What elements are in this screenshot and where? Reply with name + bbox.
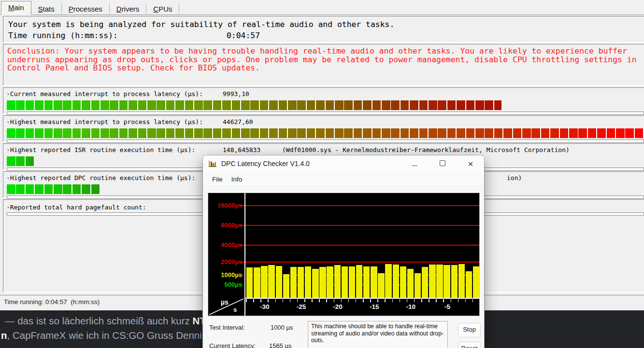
y-unit-label: µs bbox=[221, 298, 229, 306]
analysis-text: Your system is being analyzed for suitab… bbox=[8, 20, 394, 29]
latency-bar bbox=[349, 266, 355, 298]
menu-bar: File Info bbox=[203, 172, 484, 187]
dpc-title-bar[interactable]: DPC Latency Checker V1.4.0 × bbox=[203, 155, 484, 172]
latency-bar bbox=[327, 266, 333, 298]
time-running-value: 0:04:57 bbox=[227, 31, 260, 40]
test-interval-value: 1000 µs bbox=[271, 324, 293, 331]
meter-value: 9993,10 bbox=[223, 90, 249, 97]
forum-line1-text: — das ist so lächerlich schmeiß auch kur… bbox=[5, 315, 193, 326]
latency-bar bbox=[268, 265, 274, 298]
plot-area bbox=[245, 193, 479, 298]
tab-processes[interactable]: Processes bbox=[62, 3, 110, 15]
x-tick bbox=[356, 299, 357, 302]
latency-bar bbox=[290, 267, 297, 298]
x-tick bbox=[451, 299, 452, 302]
current-latency-label: Current Latency: bbox=[209, 342, 256, 348]
tab-stats[interactable]: Stats bbox=[31, 3, 62, 15]
forum-line2-bold: n bbox=[1, 330, 7, 341]
tab-drivers[interactable]: Drivers bbox=[110, 3, 147, 15]
latency-bar bbox=[458, 264, 465, 298]
verdict-message: This machine should be able to handle re… bbox=[308, 321, 448, 348]
x-tick-label: -10 bbox=[401, 303, 420, 310]
meter-value: 44627,60 bbox=[223, 118, 253, 125]
x-tick bbox=[304, 299, 305, 302]
x-tick bbox=[253, 299, 254, 302]
meter-value: 148,645833 bbox=[223, 146, 260, 153]
x-tick bbox=[465, 299, 466, 302]
x-tick-label: -5 bbox=[438, 303, 457, 310]
x-tick bbox=[443, 299, 444, 302]
tab-main[interactable]: Main bbox=[1, 1, 31, 15]
latency-bar bbox=[283, 274, 289, 298]
latency-bar bbox=[246, 267, 253, 298]
x-tick bbox=[334, 299, 335, 302]
x-tick-label: -30 bbox=[255, 303, 274, 310]
x-tick bbox=[414, 299, 415, 302]
meter-extra-text: (Wdf01000.sys - Kernelmodustreiber-Frame… bbox=[282, 146, 570, 153]
tab-cpus[interactable]: CPUs bbox=[146, 3, 179, 15]
analysis-box: Your system is being analyzed for suitab… bbox=[3, 16, 644, 42]
latency-bar bbox=[400, 266, 406, 298]
forum-line-1: — das ist so lächerlich schmeiß auch kur… bbox=[0, 314, 210, 328]
y-tick-label: 4000µs bbox=[208, 241, 242, 249]
x-tick bbox=[472, 299, 473, 302]
y-tick-label: 500µs bbox=[208, 281, 242, 288]
y-axis-labels: 16000µs8000µs4000µs2000µs1000µs500µs bbox=[208, 193, 242, 298]
dpc-checker-window: DPC Latency Checker V1.4.0 × File Info 1… bbox=[203, 155, 484, 348]
close-button[interactable]: × bbox=[465, 159, 476, 168]
latency-bar bbox=[305, 266, 311, 298]
meter-mini-bar bbox=[7, 111, 644, 115]
menu-info[interactable]: Info bbox=[227, 176, 247, 183]
meter-label: ·Highest reported DPC routine execution … bbox=[6, 174, 195, 181]
x-tick bbox=[458, 299, 459, 302]
screen: MainStatsProcessesDriversCPUs Your syste… bbox=[0, 0, 644, 348]
y-tick-label: 1000µs bbox=[208, 271, 242, 278]
x-tick bbox=[377, 299, 378, 302]
meter-highest-latency: ·Highest measured interrupt to process l… bbox=[3, 115, 644, 142]
latency-bar bbox=[319, 267, 326, 298]
latency-bar bbox=[422, 267, 428, 298]
gridline bbox=[239, 262, 479, 263]
meter-label: ·Highest measured interrupt to process l… bbox=[6, 118, 203, 125]
conclusion-text: Conclusion: Your system appears to be ha… bbox=[7, 47, 644, 72]
minimize-button[interactable] bbox=[409, 159, 420, 168]
reset-button[interactable]: Reset bbox=[458, 342, 481, 348]
time-running-label: Time running (h:mm:ss): bbox=[8, 31, 118, 40]
latency-bar bbox=[298, 267, 304, 298]
x-tick bbox=[283, 299, 284, 302]
latency-bar bbox=[385, 264, 391, 298]
latency-bar bbox=[393, 264, 399, 298]
latency-bar bbox=[407, 269, 414, 298]
x-tick bbox=[246, 299, 247, 302]
axis-corner: µs s bbox=[208, 298, 244, 316]
x-tick bbox=[480, 299, 481, 302]
meter-extra-text: ion) bbox=[507, 174, 522, 181]
dpc-bottom-panel: Test Interval: 1000 µs Current Latency: … bbox=[203, 316, 484, 348]
x-tick bbox=[400, 299, 401, 302]
y-tick-label: 16000µs bbox=[208, 202, 242, 209]
latency-bar bbox=[334, 265, 341, 298]
x-tick bbox=[268, 299, 269, 302]
x-unit-label: s bbox=[233, 306, 237, 313]
x-tick bbox=[341, 299, 342, 302]
window-controls: × bbox=[409, 155, 476, 172]
meter-bar-fill bbox=[7, 100, 501, 110]
gridline bbox=[239, 205, 479, 206]
meter-current-latency: ·Current measured interrupt to process l… bbox=[3, 87, 644, 114]
x-tick-label: -15 bbox=[365, 303, 384, 310]
latency-bar bbox=[276, 266, 282, 298]
stop-button[interactable]: Stop bbox=[458, 323, 481, 337]
x-tick bbox=[260, 299, 261, 302]
menu-file[interactable]: File bbox=[208, 176, 227, 183]
time-running-row: Time running (h:mm:ss): 0:04:57 bbox=[8, 31, 118, 40]
current-latency-value: 1565 µs bbox=[269, 342, 292, 348]
maximize-button[interactable] bbox=[437, 159, 448, 168]
latency-bar bbox=[415, 273, 421, 298]
meter-mini-bar bbox=[7, 139, 644, 143]
gridline bbox=[239, 225, 479, 226]
gridline bbox=[239, 245, 479, 246]
x-tick bbox=[275, 299, 276, 302]
latency-bar bbox=[436, 264, 443, 298]
latency-bar bbox=[356, 265, 362, 298]
x-tick-label: -20 bbox=[328, 303, 347, 310]
